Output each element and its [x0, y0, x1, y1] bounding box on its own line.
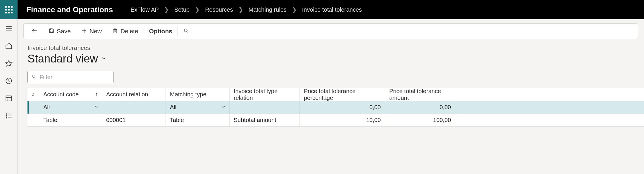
cell-value: All [43, 104, 50, 111]
workspace-icon[interactable] [5, 95, 13, 102]
svg-point-12 [6, 116, 7, 116]
col-header-label: Matching type [170, 91, 206, 98]
search-icon [183, 28, 189, 35]
options-button[interactable]: Options [144, 24, 178, 39]
filter-input-wrap[interactable] [27, 71, 113, 83]
cell-value: Subtotal amount [234, 117, 276, 123]
cell-amt[interactable]: 0,00 [385, 101, 455, 114]
refresh-column-header[interactable] [27, 88, 39, 101]
chevron-down-icon [94, 104, 99, 111]
grid-header-row: Account code ↑ Account relation Matching… [27, 88, 644, 101]
cell-matching-type[interactable]: Table [166, 114, 230, 126]
chevron-down-icon [101, 55, 107, 62]
breadcrumb-item[interactable]: Setup [174, 6, 190, 13]
sidebar [0, 19, 18, 174]
cell-value: 100,00 [433, 117, 451, 123]
cell-value: 000001 [106, 117, 126, 123]
app-launcher-button[interactable] [0, 0, 18, 19]
breadcrumb-item[interactable]: Invoice total tolerances [302, 6, 362, 13]
sort-asc-icon: ↑ [95, 91, 98, 98]
content: Save New Delete Options [18, 19, 644, 174]
col-header-account-code[interactable]: Account code ↑ [39, 88, 102, 101]
cell-account-relation[interactable]: 000001 [102, 114, 166, 126]
cell-account-code[interactable]: Table [39, 114, 102, 126]
row-selector-cell[interactable] [27, 101, 39, 114]
svg-rect-7 [6, 96, 12, 101]
chevron-right-icon: ❯ [292, 6, 297, 13]
col-header-invoice-total-type-relation[interactable]: Invoice total type relation [230, 88, 300, 101]
cell-account-relation[interactable] [102, 101, 166, 114]
col-header-label: Account relation [106, 91, 148, 98]
svg-point-27 [32, 75, 35, 78]
refresh-icon [32, 92, 35, 98]
col-header-label: Price total tolerance percentage [304, 88, 381, 101]
col-header-label: Price total tolerance amount [389, 88, 451, 101]
cell-invoice-total-type-relation[interactable] [230, 101, 300, 114]
col-header-matching-type[interactable]: Matching type [166, 88, 230, 101]
cell-value: All [170, 104, 176, 111]
col-header-account-relation[interactable]: Account relation [102, 88, 166, 101]
col-header-amt[interactable]: Price total tolerance amount [385, 88, 455, 101]
search-button[interactable] [178, 24, 194, 39]
breadcrumb-item[interactable]: ExFlow AP [130, 6, 159, 13]
svg-line-6 [9, 81, 10, 81]
save-icon [49, 28, 54, 35]
svg-point-14 [6, 117, 7, 118]
chevron-down-icon [221, 104, 226, 111]
clock-icon[interactable] [5, 77, 13, 85]
cell-amt[interactable]: 100,00 [385, 114, 455, 126]
back-button[interactable] [26, 24, 43, 39]
chevron-right-icon: ❯ [238, 6, 243, 13]
cell-value: Table [43, 117, 57, 123]
list-icon[interactable] [5, 112, 13, 120]
col-header-label: Account code [43, 91, 79, 98]
breadcrumb-item[interactable]: Resources [205, 6, 233, 13]
chevron-right-icon: ❯ [195, 6, 200, 13]
table-row[interactable]: All All 0,00 [27, 101, 644, 114]
col-header-pct[interactable]: Price total tolerance percentage [300, 88, 385, 101]
save-label: Save [57, 28, 71, 35]
breadcrumb-item[interactable]: Matching rules [249, 6, 287, 13]
cell-value: 10,00 [366, 117, 381, 123]
page-title: Standard view [27, 53, 98, 65]
view-selector[interactable]: Standard view [27, 53, 634, 65]
data-grid: Account code ↑ Account relation Matching… [27, 88, 644, 127]
cell-invoice-total-type-relation[interactable]: Subtotal amount [230, 114, 300, 126]
cell-value: 0,00 [369, 104, 381, 111]
page-subtitle: Invoice total tolerances [27, 44, 634, 51]
page-header: Invoice total tolerances Standard view [18, 39, 644, 68]
new-label: New [89, 28, 102, 35]
cell-account-code[interactable]: All [39, 101, 102, 114]
svg-point-25 [184, 29, 187, 32]
svg-point-10 [6, 114, 7, 114]
svg-line-26 [187, 31, 188, 32]
svg-rect-21 [114, 29, 117, 33]
home-icon[interactable] [5, 42, 13, 50]
app-title: Finance and Operations [26, 5, 113, 14]
star-icon[interactable] [5, 60, 13, 67]
cell-value: Table [170, 117, 184, 123]
new-button[interactable]: New [76, 24, 107, 39]
breadcrumb: ExFlow AP ❯ Setup ❯ Resources ❯ Matching… [130, 6, 362, 13]
delete-label: Delete [120, 28, 138, 35]
delete-button[interactable]: Delete [107, 24, 144, 39]
options-label: Options [149, 28, 172, 35]
table-row[interactable]: Table 000001 Table Subtotal amount 10,00… [27, 114, 644, 127]
svg-line-28 [35, 77, 36, 78]
cell-value: 0,00 [440, 104, 451, 111]
plus-icon [81, 28, 87, 35]
trash-icon [112, 28, 118, 35]
row-selector-cell[interactable] [27, 114, 39, 126]
svg-rect-17 [51, 29, 52, 30]
cell-matching-type[interactable]: All [166, 101, 230, 114]
topbar: Finance and Operations ExFlow AP ❯ Setup… [0, 0, 644, 19]
save-button[interactable]: Save [43, 24, 76, 39]
cell-pct[interactable]: 10,00 [300, 114, 385, 126]
cell-pct[interactable]: 0,00 [300, 101, 385, 114]
filter-input[interactable] [39, 74, 113, 81]
arrow-left-icon [31, 27, 38, 35]
chevron-right-icon: ❯ [164, 6, 169, 13]
svg-marker-3 [6, 60, 12, 66]
waffle-icon [5, 6, 13, 13]
hamburger-icon[interactable] [5, 25, 13, 32]
